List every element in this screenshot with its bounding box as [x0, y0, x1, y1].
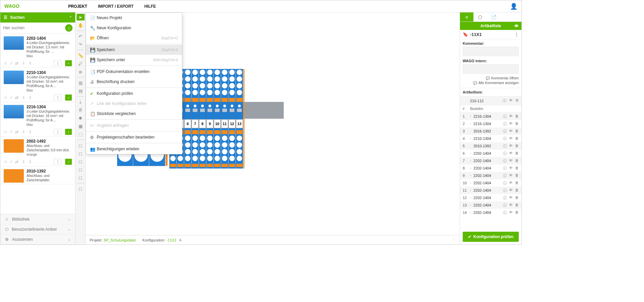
menu-beschriftung-drucken[interactable]: 🖨Beschriftung drucken — [86, 77, 182, 87]
delete-icon[interactable]: 🗑 — [515, 195, 519, 200]
acc-benutzerdef[interactable]: ⬡Benutzerdefinierte Artikel⌄ — [0, 224, 75, 234]
menu-konfiguration-pr-fen[interactable]: ✔Konfiguration prüfen — [86, 88, 182, 99]
info-icon[interactable]: ⓘ — [503, 181, 507, 186]
tool-box3[interactable]: ◻ — [77, 158, 85, 165]
star-icon[interactable]: ☆ — [4, 159, 7, 164]
expand-icon[interactable]: › — [470, 166, 473, 170]
info-icon[interactable]: ⓘ — [503, 136, 507, 141]
delete-icon[interactable]: 🗑 — [515, 158, 519, 163]
comment-box[interactable] — [463, 47, 519, 56]
rtab-doc-icon[interactable]: 📄 — [487, 12, 500, 22]
add-button[interactable]: › — [65, 95, 72, 101]
info-icon[interactable]: ⓘ — [503, 114, 507, 119]
tool-box5[interactable]: ◻ — [77, 174, 85, 181]
add-button[interactable]: › — [65, 129, 72, 135]
eye-icon[interactable]: 👁 — [509, 144, 513, 149]
article-row[interactable]: 32016-1392ⓘ👁🗑 — [460, 127, 521, 135]
delete-icon[interactable]: 🗑 — [515, 181, 519, 186]
article-row[interactable]: 8›2202-1404ⓘ👁🗑 — [460, 164, 521, 172]
download-icon[interactable]: ⇩ — [22, 61, 25, 66]
menu--ffnen[interactable]: 📂ÖffnenStrg/Ctrl+O — [86, 33, 182, 43]
check-config-button[interactable]: ✔ Konfiguration prüfen — [463, 232, 519, 242]
menu-projekt[interactable]: PROJEKT — [68, 1, 87, 12]
article-row[interactable]: 9›2202-1404ⓘ👁🗑 — [460, 172, 521, 179]
status-config-name[interactable]: -11X1 — [167, 238, 176, 242]
qty-input[interactable]: 1 — [54, 129, 62, 135]
tool-box4[interactable]: ◻ — [77, 166, 85, 173]
compare-icon[interactable]: ⇄ — [15, 159, 18, 164]
tool-rail[interactable]: ▥ — [77, 79, 85, 86]
menu-berechtigungen-erteilen[interactable]: 👥Berechtigungen erteilen — [86, 144, 182, 154]
canvas[interactable]: 📄Neues Projekt🔧Neue Konfiguration📂Öffnen… — [86, 12, 460, 235]
tool-cursor[interactable]: ➤ — [77, 14, 85, 21]
acc-bibliothek[interactable]: ☆Bibliothek⌄ — [0, 214, 75, 224]
user-icon[interactable]: 👤 — [510, 3, 517, 10]
expand-icon[interactable]: › — [470, 159, 473, 162]
eye-icon[interactable]: 👁 — [509, 173, 513, 178]
tool-rail2[interactable]: ▤ — [77, 87, 85, 94]
menu-projekteigenschaften-bearbeiten[interactable]: ⚙Projekteigenschaften bearbeiten — [86, 132, 182, 142]
eye-icon[interactable]: 👁 — [509, 151, 513, 156]
star-icon[interactable]: ☆ — [4, 95, 7, 100]
link-open-comment[interactable]: 💬Kommentar öffnen — [463, 76, 519, 80]
tool-marker[interactable]: 🖊 — [77, 60, 85, 67]
expand-icon[interactable]: › — [470, 152, 473, 155]
tool-undo[interactable]: ↶ — [77, 33, 85, 40]
expand-icon[interactable]: › — [470, 181, 473, 185]
tool-net[interactable]: ✱ — [77, 115, 85, 121]
tool-pan[interactable]: ✋ — [77, 22, 85, 29]
status-project-name[interactable]: SP_Schulungsdatei — [103, 238, 136, 242]
tool-3d[interactable]: ⬚ — [77, 131, 85, 138]
tool-box6[interactable]: ◻ — [77, 185, 85, 192]
info-icon[interactable]: ⓘ — [503, 98, 506, 103]
info-icon[interactable]: ⓘ — [503, 121, 507, 126]
eye-icon[interactable]: 👁 — [509, 203, 513, 208]
tool-redo[interactable]: ↷ — [77, 41, 85, 48]
delete-icon[interactable]: 🗑 — [515, 151, 519, 156]
tool-db[interactable]: 🛢 — [77, 107, 85, 113]
info-icon[interactable]: ⓘ — [503, 195, 507, 200]
expand-icon[interactable]: › — [470, 211, 473, 214]
article-row[interactable]: 13›2202-1404ⓘ👁🗑 — [460, 201, 521, 209]
info-icon[interactable]: ⓘ — [503, 203, 507, 208]
article-row[interactable]: 11›2202-1404ⓘ👁🗑 — [460, 187, 521, 194]
rtab-3d-icon[interactable]: ⬡ — [473, 12, 487, 22]
tool-measure[interactable]: 📏 — [77, 52, 85, 59]
qty-input[interactable]: 1 — [54, 95, 62, 101]
download-icon[interactable]: ⇩ — [22, 129, 25, 134]
expand-icon[interactable]: › — [470, 196, 473, 199]
eye-icon[interactable]: 👁 — [509, 181, 513, 186]
delete-icon[interactable]: 🗑 — [515, 129, 519, 134]
delete-icon[interactable]: 🗑 — [515, 210, 519, 215]
search-scope-icon[interactable]: ⌂ — [65, 24, 73, 32]
download2-icon[interactable]: ⇩ — [29, 159, 32, 164]
download-icon[interactable]: ⇩ — [22, 95, 25, 100]
product-card[interactable]: 2210-1304 3-Leiter-Durchgangsklemme; mit… — [0, 68, 75, 102]
article-row[interactable]: 6›2202-1404ⓘ👁🗑 — [460, 150, 521, 157]
article-row[interactable]: 2›2216-1304ⓘ👁🗑 — [460, 120, 521, 127]
expand-icon[interactable]: › — [470, 122, 473, 125]
expand-icon[interactable]: › — [470, 174, 473, 177]
article-row[interactable]: 10›2202-1404ⓘ👁🗑 — [460, 179, 521, 187]
menu-hilfe[interactable]: HILFE — [144, 1, 156, 12]
info-icon[interactable]: ⓘ — [503, 151, 507, 156]
info-icon[interactable]: i — [11, 159, 12, 164]
search-input[interactable] — [3, 24, 65, 32]
fixed-article-row[interactable]: 210-112 ⓘ 👁 ⚙ — [460, 97, 521, 105]
tool-plc[interactable]: ▦ — [77, 123, 85, 129]
add-button[interactable]: › — [65, 159, 72, 165]
info-icon[interactable]: ⓘ — [503, 144, 507, 149]
eye-icon[interactable]: 👁 — [509, 158, 513, 163]
eye-icon[interactable]: 👁 — [509, 188, 513, 193]
rtab-list-icon[interactable]: ≡ — [460, 12, 473, 22]
menu-speichern-unter[interactable]: 💾Speichern unterShift+Strg/Ctrl+S — [86, 55, 182, 65]
eye-icon[interactable]: 👁 — [509, 195, 513, 200]
delete-icon[interactable]: 🗑 — [515, 114, 519, 119]
delete-icon[interactable]: 🗑 — [515, 144, 519, 149]
tool-drop[interactable]: ⇣ — [77, 99, 85, 105]
info-icon[interactable]: ⓘ — [503, 158, 507, 163]
delete-icon[interactable]: 🗑 — [515, 136, 519, 141]
eye-icon[interactable]: 👁 — [509, 121, 513, 126]
menu-speichern[interactable]: 💾SpeichernStrg/Ctrl+S — [86, 45, 182, 55]
status-more-icon[interactable]: ⋮ — [452, 238, 456, 242]
